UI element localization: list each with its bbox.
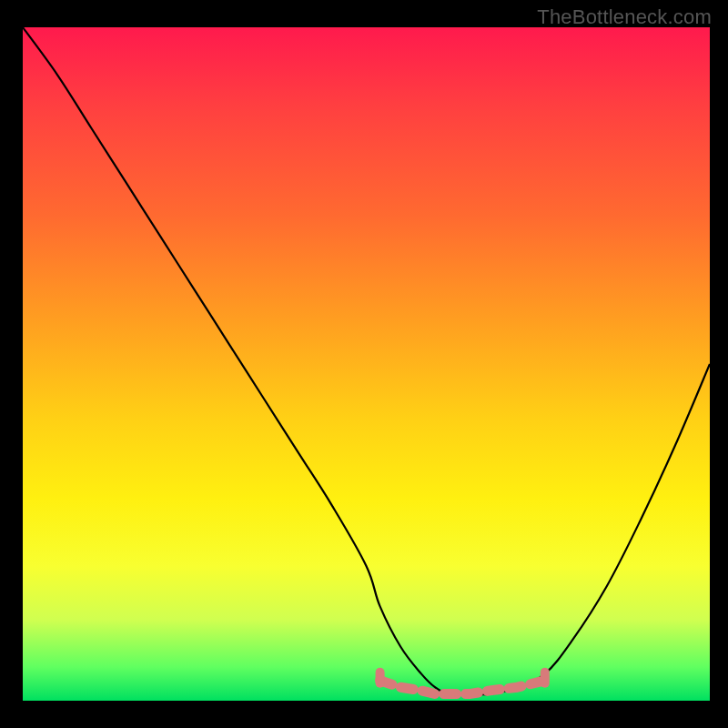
optimal-band-right-cap (541, 668, 550, 688)
bottleneck-curve (23, 27, 710, 694)
chart-svg (23, 27, 710, 701)
optimal-band-path (380, 681, 545, 694)
chart-frame: TheBottleneck.com (0, 0, 728, 728)
chart-plot-area (23, 27, 710, 701)
watermark-text: TheBottleneck.com (537, 5, 712, 29)
optimal-band-left-cap (376, 668, 385, 688)
optimal-band-markers (376, 668, 550, 694)
